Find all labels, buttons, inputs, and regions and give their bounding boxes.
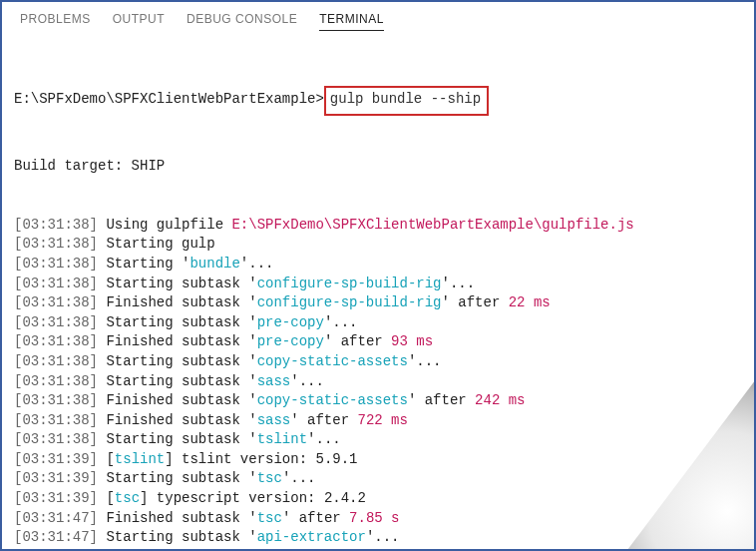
log-line: [03:31:38] Starting gulp [14,235,742,255]
prompt-path: E:\SPFxDemo\SPFXClientWebPartExample> [14,91,324,107]
log-timestamp: [03:31:38] [14,217,98,233]
log-line: [03:31:39] [tslint] tslint version: 5.9.… [14,450,742,470]
log-segment: [ [106,490,114,506]
log-timestamp: [03:31:38] [14,431,98,447]
log-segment: ' after [290,412,357,428]
log-timestamp: [03:31:38] [14,236,98,252]
tab-debug-console[interactable]: DEBUG CONSOLE [187,12,297,31]
log-line: [03:31:38] Starting 'bundle'... [14,255,742,275]
log-segment: Starting subtask ' [106,353,256,369]
log-segment: copy-static-assets [257,392,408,408]
log-line: [03:31:38] Starting subtask 'tslint'... [14,430,742,450]
log-segment: Finished subtask ' [106,333,256,349]
log-timestamp: [03:31:39] [14,490,98,506]
log-segment: Starting subtask ' [106,529,256,545]
log-segment: bundle [189,256,239,272]
log-timestamp: [03:31:38] [14,412,98,428]
log-line: [03:31:38] Using gulpfile E:\SPFxDemo\SP… [14,216,742,236]
log-segment: tsc [257,510,282,526]
log-segment: Starting subtask ' [106,276,256,291]
log-segment: ] typescript version: 2.4.2 [140,490,366,506]
tab-terminal[interactable]: TERMINAL [319,12,384,31]
log-segment: configure-sp-build-rig [257,276,442,291]
log-segment: Finished subtask ' [106,510,256,526]
log-segment: 22 ms [509,294,551,310]
log-line: [03:31:38] Starting subtask 'pre-copy'..… [14,313,742,333]
log-segment: ' after [408,392,475,408]
log-segment: [ [106,451,114,467]
log-line: [03:31:39] Starting subtask 'tsc'... [14,469,742,489]
log-segment: '... [324,314,358,330]
log-segment: E:\SPFxDemo\SPFXClientWebPartExample\gul… [231,217,633,233]
log-segment: ' after [442,294,509,310]
log-segment: '... [290,373,324,389]
log-segment: api-extractor [257,529,366,545]
log-segment: configure-sp-build-rig [257,294,442,310]
terminal-prompt-line: E:\SPFxDemo\SPFXClientWebPartExample>gul… [14,86,742,116]
log-segment: tslint [115,451,165,467]
log-segment: '... [282,470,316,486]
log-line: [03:31:38] Finished subtask 'pre-copy' a… [14,332,742,352]
log-timestamp: [03:31:38] [14,256,98,272]
tab-problems[interactable]: PROBLEMS [20,12,91,31]
log-segment: Starting subtask ' [106,314,256,330]
log-segment: 242 ms [475,392,525,408]
log-line: [03:31:47] Starting subtask 'api-extract… [14,528,742,548]
terminal-output[interactable]: E:\SPFxDemo\SPFXClientWebPartExample>gul… [2,39,754,551]
log-segment: ] tslint version: 5.9.1 [165,451,357,467]
build-target-line: Build target: SHIP [14,157,742,177]
log-segment: 722 ms [357,412,407,428]
log-line: [03:31:38] Finished subtask 'copy-static… [14,391,742,411]
command-highlight: gulp bundle --ship [324,86,489,116]
log-segment: Finished subtask ' [106,392,256,408]
log-line: [03:31:38] Finished subtask 'configure-s… [14,293,742,313]
log-segment: pre-copy [257,314,324,330]
log-segment: '... [307,431,341,447]
log-segment: Using gulpfile [106,217,231,233]
log-segment: '... [408,353,442,369]
log-timestamp: [03:31:38] [14,314,98,330]
log-segment: pre-copy [257,333,324,349]
log-segment: tslint [257,431,307,447]
log-line: [03:31:38] Starting subtask 'configure-s… [14,275,742,294]
log-timestamp: [03:31:38] [14,276,98,291]
log-segment: sass [257,412,291,428]
log-segment: '... [240,256,274,272]
log-segment: 93 ms [391,333,433,349]
log-segment: ' after [282,510,349,526]
log-line: [03:31:47] Finished subtask 'tsc' after … [14,509,742,529]
log-segment: Starting ' [106,256,189,272]
panel-tab-bar: PROBLEMS OUTPUT DEBUG CONSOLE TERMINAL [2,2,754,39]
log-segment: tsc [257,470,282,486]
log-timestamp: [03:31:39] [14,451,98,467]
log-segment: sass [257,373,291,389]
log-timestamp: [03:31:47] [14,510,98,526]
log-segment: Finished subtask ' [106,412,256,428]
log-line: [03:31:38] Finished subtask 'sass' after… [14,411,742,431]
tab-output[interactable]: OUTPUT [113,12,165,31]
log-segment: '... [442,276,476,291]
log-line: [03:31:38] Starting subtask 'sass'... [14,372,742,392]
log-timestamp: [03:31:38] [14,353,98,369]
log-timestamp: [03:31:38] [14,333,98,349]
log-segment: ' after [324,333,391,349]
log-segment: Finished subtask ' [106,294,256,310]
log-timestamp: [03:31:47] [14,529,98,545]
log-timestamp: [03:31:39] [14,470,98,486]
log-segment: Starting subtask ' [106,373,256,389]
log-segment: copy-static-assets [257,353,408,369]
log-segment: '... [366,529,400,545]
log-line: [03:31:39] [tsc] typescript version: 2.4… [14,489,742,509]
log-line: [03:31:38] Starting subtask 'copy-static… [14,352,742,372]
log-timestamp: [03:31:38] [14,373,98,389]
log-segment: Starting subtask ' [106,431,256,447]
log-timestamp: [03:31:38] [14,294,98,310]
log-segment: Starting subtask ' [106,470,256,486]
log-segment: 7.85 s [349,510,399,526]
log-segment: Starting gulp [106,236,214,252]
log-segment: tsc [115,490,140,506]
log-timestamp: [03:31:38] [14,392,98,408]
